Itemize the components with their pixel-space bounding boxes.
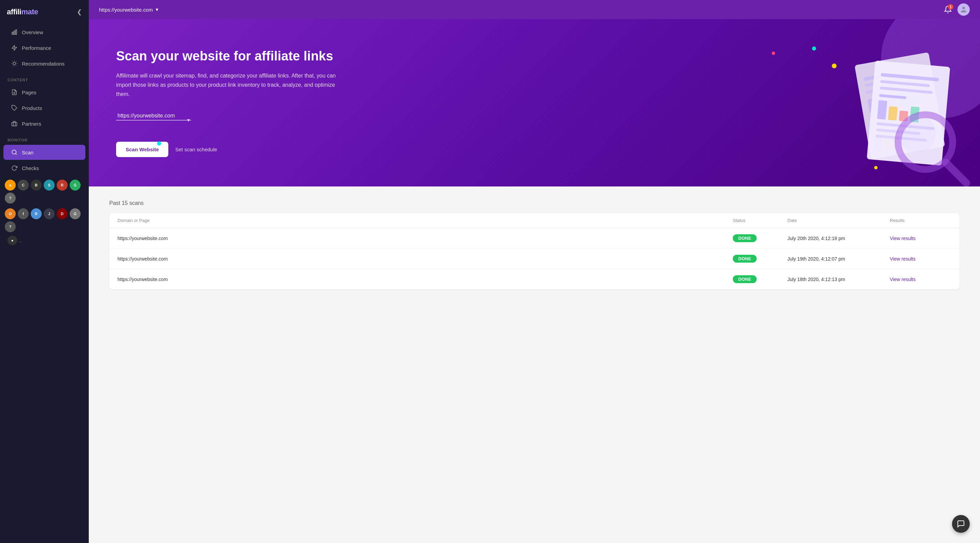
svg-line-10	[12, 65, 13, 65]
table-row: https://yourwebsite.com DONE July 18th 2…	[109, 269, 959, 289]
refresh-icon	[11, 165, 18, 172]
view-results-link-1[interactable]: View results	[890, 236, 951, 241]
topbar-url-selector[interactable]: https://yourwebsite.com ▾	[99, 6, 158, 13]
svg-line-17	[15, 153, 16, 154]
table-row: https://yourwebsite.com DONE July 20th 2…	[109, 228, 959, 248]
partner-logo-r1[interactable]: R	[57, 180, 68, 191]
scan-date-2: July 19th 2020, 4:12:07 pm	[788, 256, 890, 261]
hero-action-buttons: Scan Website Set scan schedule	[116, 142, 348, 157]
hero-url-dropdown[interactable]: https://yourwebsite.com	[116, 111, 191, 121]
partner-logo-jrp[interactable]: J	[44, 208, 55, 219]
scans-area: Past 15 scans Domain or Page Status Date…	[89, 186, 980, 543]
accent-dot-pink	[772, 52, 775, 55]
scan-domain-1: https://yourwebsite.com	[118, 236, 733, 241]
chat-support-button[interactable]	[952, 515, 970, 533]
view-results-link-2[interactable]: View results	[890, 256, 951, 261]
accent-dot-teal	[812, 46, 816, 51]
sidebar-item-scan[interactable]: Scan	[3, 145, 85, 160]
svg-line-45	[946, 162, 966, 183]
sidebar-item-checks[interactable]: Checks	[3, 161, 85, 175]
tag-icon	[11, 105, 18, 111]
partner-logos-more[interactable]: ● ...	[0, 234, 89, 251]
sidebar-item-overview-label: Overview	[22, 29, 43, 35]
svg-rect-2	[16, 30, 17, 35]
notification-button[interactable]: 1	[944, 5, 952, 14]
monitor-section-label: MONITOR	[0, 132, 89, 144]
app-logo: affilimate	[7, 8, 38, 16]
svg-rect-38	[888, 106, 897, 121]
sidebar-item-products[interactable]: Products	[3, 100, 85, 115]
set-scan-schedule-button[interactable]: Set scan schedule	[175, 146, 217, 152]
scan-date-3: July 18th 2020, 4:12:13 pm	[788, 277, 890, 282]
sidebar-item-pages-label: Pages	[22, 89, 37, 95]
sidebar-item-pages[interactable]: Pages	[3, 85, 85, 100]
partner-logo-g2[interactable]: G	[70, 208, 81, 219]
scan-status-badge-1: DONE	[733, 234, 788, 242]
notification-badge: 1	[948, 4, 953, 10]
partner-logo-amazon[interactable]: a	[5, 180, 16, 191]
scan-domain-2: https://yourwebsite.com	[118, 256, 733, 261]
table-header-results: Results	[890, 218, 951, 223]
partner-logo-b[interactable]: B	[31, 180, 42, 191]
hero-title: Scan your website for affiliate links	[116, 48, 348, 64]
partner-logos-row1: a C B S R G ?	[0, 176, 89, 205]
scan-status-badge-2: DONE	[733, 255, 788, 263]
table-header-status: Status	[733, 218, 788, 223]
user-avatar[interactable]	[958, 3, 970, 16]
accent-dot-cyan	[157, 142, 161, 145]
scan-domain-3: https://yourwebsite.com	[118, 277, 733, 282]
hero-content: Scan your website for affiliate links Af…	[116, 48, 348, 157]
partner-logo-s[interactable]: S	[44, 180, 55, 191]
main-content: https://yourwebsite.com ▾ 1	[89, 0, 980, 543]
sidebar-collapse-button[interactable]: ❮	[77, 8, 82, 16]
sidebar-item-products-label: Products	[22, 105, 42, 111]
partner-logo-d[interactable]: D	[57, 208, 68, 219]
view-results-link-3[interactable]: View results	[890, 277, 951, 282]
partner-logo-r2[interactable]: R	[31, 208, 42, 219]
sidebar-navigation: Overview Performance Recommendations CON…	[0, 24, 89, 543]
partner-logo-cj[interactable]: C	[18, 180, 29, 191]
topbar-url-text: https://yourwebsite.com	[99, 7, 153, 13]
logo-accent: mate	[21, 8, 38, 16]
sidebar-item-performance[interactable]: Performance	[3, 40, 85, 55]
table-header-domain: Domain or Page	[118, 218, 733, 223]
svg-line-7	[16, 65, 16, 65]
topbar-actions: 1	[944, 3, 970, 16]
sidebar-item-checks-label: Checks	[22, 165, 39, 171]
partner-logo-help[interactable]: ?	[5, 193, 16, 204]
search-icon	[11, 149, 18, 156]
partner-logo-o[interactable]: O	[5, 208, 16, 219]
svg-rect-37	[877, 100, 888, 119]
more-logos-circle: ●	[8, 236, 17, 245]
status-badge: DONE	[733, 234, 757, 242]
partner-logos-row2: O f R J D G ?	[0, 205, 89, 234]
partner-logo-g1[interactable]: G	[70, 180, 81, 191]
sidebar: affilimate ❮ Overview Performance	[0, 0, 89, 543]
sidebar-item-partners[interactable]: Partners	[3, 116, 85, 131]
sidebar-item-partners-label: Partners	[22, 121, 41, 127]
partner-logo-help2[interactable]: ?	[5, 221, 16, 232]
status-badge: DONE	[733, 275, 757, 283]
scan-status-badge-3: DONE	[733, 275, 788, 283]
sidebar-item-recommendations-label: Recommendations	[22, 61, 65, 67]
sidebar-item-scan-label: Scan	[22, 150, 33, 155]
bar-chart-icon	[11, 29, 18, 35]
svg-point-46	[898, 115, 935, 152]
sidebar-item-overview[interactable]: Overview	[3, 25, 85, 40]
scans-section-title: Past 15 scans	[109, 200, 959, 206]
svg-point-3	[13, 62, 16, 65]
status-badge: DONE	[733, 255, 757, 263]
table-header: Domain or Page Status Date Results	[109, 213, 959, 228]
hero-description: Affilimate will crawl your sitemap, find…	[116, 71, 348, 99]
sidebar-item-performance-label: Performance	[22, 45, 51, 51]
scan-date-1: July 20th 2020, 4:12:18 pm	[788, 236, 890, 241]
svg-rect-15	[12, 122, 17, 126]
hero-illustration	[837, 43, 980, 186]
document-icon	[11, 89, 18, 96]
svg-rect-0	[12, 32, 13, 35]
sidebar-item-recommendations[interactable]: Recommendations	[3, 56, 85, 71]
partner-logo-f[interactable]: f	[18, 208, 29, 219]
scans-table: Domain or Page Status Date Results https…	[109, 213, 959, 289]
svg-point-16	[12, 150, 16, 154]
svg-point-18	[962, 7, 965, 9]
